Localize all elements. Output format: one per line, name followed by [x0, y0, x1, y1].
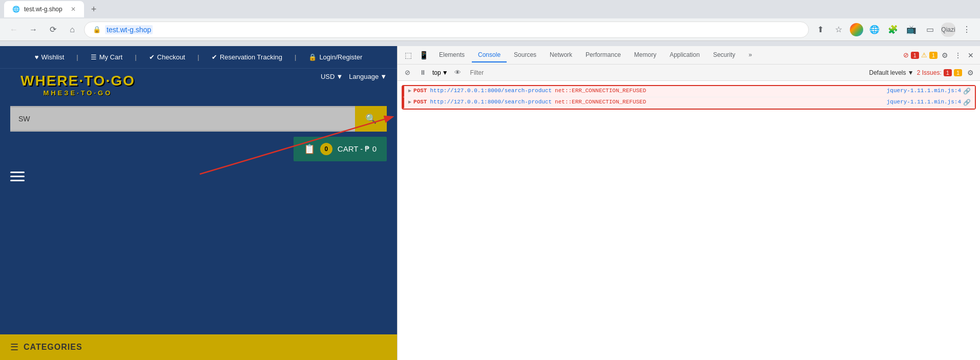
currency-language: USD ▼ Language ▼	[321, 73, 387, 80]
expand-arrow-2[interactable]: ▶	[408, 99, 411, 105]
sidebar-icon[interactable]: ▭	[923, 23, 937, 37]
currency-dropdown-icon: ▼	[336, 73, 343, 80]
devtools-tab-network[interactable]: Network	[544, 48, 578, 62]
reload-button[interactable]: ⟳	[45, 22, 60, 37]
cast-icon[interactable]: 📺	[904, 23, 919, 37]
home-button[interactable]: ⌂	[65, 22, 80, 37]
language-selector[interactable]: Language ▼	[349, 73, 387, 80]
console-method-1: POST	[413, 88, 427, 94]
devtools-settings-icon[interactable]: ⚙	[940, 49, 950, 61]
error-highlight-box: ▶ POST http://127.0.0.1:8000/search-prod…	[402, 85, 976, 110]
devtools-eye-button[interactable]: 👁	[451, 67, 464, 78]
address-bar[interactable]: 🔒 test.wt-g.shop	[84, 22, 809, 38]
console-source-1[interactable]: jquery-1.11.1.min.js:4	[887, 88, 961, 94]
issues-badge[interactable]: ⊘ 1 ⚠ 1	[903, 51, 937, 59]
devtools-tab-memory[interactable]: Memory	[628, 48, 662, 62]
console-url-1[interactable]: http://127.0.0.1:8000/search-product	[430, 88, 552, 94]
logo-main: WHERE·TO·GO	[20, 73, 135, 89]
console-url-2[interactable]: http://127.0.0.1:8000/search-product	[430, 99, 552, 105]
console-row: ▶ POST http://127.0.0.1:8000/search-prod…	[403, 86, 975, 97]
check-icon-2: ✔	[212, 53, 217, 61]
profile-icon[interactable]	[850, 23, 863, 36]
browser-toolbar: ← → ⟳ ⌂ 🔒 test.wt-g.shop ⬆ ☆ 🌐 🧩 📺 ▭ Qia…	[0, 18, 980, 41]
search-button[interactable]: 🔍	[355, 106, 387, 132]
cart-button[interactable]: 📋 0 CART - ₱ 0	[294, 137, 387, 161]
hamburger-menu[interactable]	[0, 166, 397, 186]
console-source-2[interactable]: jquery-1.11.1.min.js:4	[887, 99, 961, 105]
nav-reservation-tracking[interactable]: ✔ Reservation Tracking	[212, 53, 282, 61]
issues-icon-yellow: ⚠	[921, 51, 927, 59]
website-panel: ♥ Wishlist | ☰ My Cart | ✔ Checkout | ✔ …	[0, 46, 397, 360]
devtools-tab-sources[interactable]: Sources	[508, 48, 543, 62]
devtools-settings-icon-2[interactable]: ⚙	[965, 67, 976, 79]
top-selector[interactable]: top ▼	[432, 69, 448, 76]
devtools-more-tabs[interactable]: »	[742, 48, 758, 62]
tab-title: test.wt-g.shop	[24, 6, 62, 13]
extensions-icon[interactable]: 🧩	[886, 23, 900, 37]
default-levels-selector[interactable]: Default levels ▼	[869, 69, 913, 76]
search-input[interactable]	[10, 108, 355, 130]
devtools-tab-console[interactable]: Console	[472, 48, 507, 62]
nav-wishlist[interactable]: ♥ Wishlist	[35, 53, 65, 61]
new-tab-button[interactable]: +	[86, 2, 102, 17]
divider-2: |	[135, 53, 136, 61]
menu-icon[interactable]: ⋮	[960, 23, 974, 37]
devtools-tab-application[interactable]: Application	[663, 48, 706, 62]
nav-login-register[interactable]: 🔒 Login/Register	[308, 53, 362, 61]
logo-area: WHERE·TO·GO МНЕЗЕ·ТО·GO	[20, 73, 135, 97]
back-button[interactable]: ←	[6, 22, 22, 37]
devtools-tab-security[interactable]: Security	[707, 48, 741, 62]
console-content: ▶ POST http://127.0.0.1:8000/search-prod…	[398, 81, 980, 360]
devtools-console-toolbar: ⊘ ⏸ top ▼ 👁 Default levels ▼ 2 Issues: 1…	[398, 65, 980, 81]
devtools-prohibit-button[interactable]: ⊘	[402, 67, 413, 78]
badge-yellow: 1	[929, 52, 937, 59]
issues-summary[interactable]: 2 Issues: 1 1	[917, 69, 962, 76]
devtools-panel: ⬚ 📱 Elements Console Sources Network Per…	[397, 46, 980, 360]
divider-1: |	[76, 53, 78, 61]
devtools-menu-icon[interactable]: ⋮	[952, 49, 964, 61]
check-icon-1: ✔	[149, 53, 155, 61]
categories-bar[interactable]: ☰ CATEGORIES	[0, 334, 397, 360]
cart-icon: 📋	[304, 143, 315, 155]
browser-tab[interactable]: 🌐 test.wt-g.shop ✕	[4, 1, 84, 17]
console-link-icon-1[interactable]: 🔗	[963, 88, 971, 95]
devtools-inspect-button[interactable]: ⬚	[402, 49, 415, 61]
site-nav: ♥ Wishlist | ☰ My Cart | ✔ Checkout | ✔ …	[0, 46, 397, 69]
top-dropdown-icon: ▼	[442, 69, 448, 76]
bookmark-icon[interactable]: ☆	[831, 23, 846, 37]
categories-label: CATEGORIES	[24, 343, 82, 352]
divider-3: |	[197, 53, 199, 61]
devtools-close-icon[interactable]: ✕	[966, 49, 976, 61]
divider-4: |	[295, 53, 296, 61]
devtools-tab-performance[interactable]: Performance	[579, 48, 627, 62]
user-label: Qiazi	[941, 23, 955, 37]
share-icon[interactable]: ⬆	[813, 23, 827, 37]
globe-icon[interactable]: 🌐	[867, 23, 882, 37]
devtools-tab-bar: ⬚ 📱 Elements Console Sources Network Per…	[398, 46, 980, 65]
tab-bar: 🌐 test.wt-g.shop ✕ +	[0, 0, 980, 18]
hamburger-icon	[10, 172, 25, 181]
issues-badge-yellow: 1	[954, 69, 962, 76]
nav-checkout[interactable]: ✔ Checkout	[149, 53, 185, 61]
search-section: 🔍	[0, 101, 397, 137]
devtools-pause-button[interactable]: ⏸	[416, 67, 429, 78]
console-link-icon-2[interactable]: 🔗	[963, 99, 971, 107]
console-filter-input[interactable]	[467, 68, 866, 77]
toolbar-right: ⬆ ☆ 🌐 🧩 📺 ▭ Qiazi ⋮	[813, 23, 974, 37]
nav-my-cart[interactable]: ☰ My Cart	[91, 53, 123, 61]
forward-button[interactable]: →	[26, 22, 41, 37]
currency-selector[interactable]: USD ▼	[321, 73, 343, 80]
devtools-right-icons: ⊘ 1 ⚠ 1 ⚙ ⋮ ✕	[903, 49, 976, 61]
categories-icon: ☰	[10, 342, 18, 353]
issues-text: 2 Issues:	[917, 69, 942, 76]
lock-nav-icon: 🔒	[308, 53, 317, 61]
devtools-device-button[interactable]: 📱	[416, 49, 432, 61]
tab-close[interactable]: ✕	[71, 6, 76, 13]
devtools-tab-elements[interactable]: Elements	[433, 48, 471, 62]
expand-arrow-1[interactable]: ▶	[408, 88, 411, 94]
heart-icon: ♥	[35, 53, 39, 61]
url-text: test.wt-g.shop	[105, 25, 153, 34]
console-error-1: net::ERR_CONNECTION_REFUSED	[555, 88, 646, 94]
main-area: ♥ Wishlist | ☰ My Cart | ✔ Checkout | ✔ …	[0, 46, 980, 360]
cart-section: 📋 0 CART - ₱ 0	[0, 137, 397, 166]
